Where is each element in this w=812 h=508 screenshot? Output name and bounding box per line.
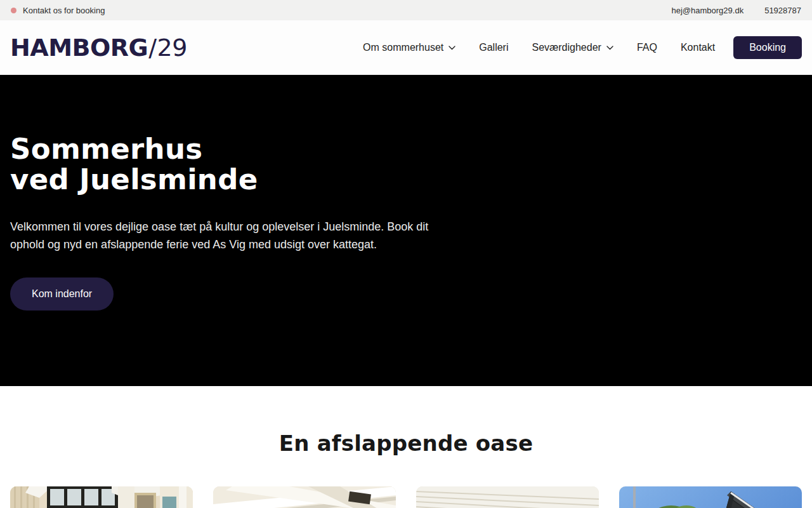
booking-contact-note: Kontakt os for booking: [11, 6, 105, 15]
phone-link[interactable]: 51928787: [764, 6, 801, 15]
hero-section: Sommerhus ved Juelsminde Velkommen til v…: [0, 75, 812, 386]
photo-house-exterior: [619, 486, 802, 508]
booking-status-dot-icon: [11, 8, 16, 13]
topbar-contacts: hej@hamborg29.dk 51928787: [672, 6, 802, 15]
nav-item-label: Galleri: [479, 42, 508, 53]
photo-slatted-ceiling: [416, 486, 599, 508]
topbar-message: Kontakt os for booking: [23, 6, 105, 15]
logo-slash: /: [148, 36, 156, 60]
nav-item-label: Seværdigheder: [532, 42, 601, 53]
top-info-bar: Kontakt os for booking hej@hamborg29.dk …: [0, 0, 812, 20]
hero-title-line1: Sommerhus: [10, 134, 802, 164]
oasis-heading: En afslappende oase: [0, 431, 812, 456]
hero-paragraph: Velkommen til vores dejlige oase tæt på …: [10, 218, 449, 253]
nav-item-faq[interactable]: FAQ: [637, 42, 657, 53]
kom-indenfor-button[interactable]: Kom indenfor: [10, 277, 114, 311]
main-nav: Om sommerhuset Galleri Seværdigheder FAQ…: [363, 36, 802, 59]
nav-item-label: Kontakt: [681, 42, 715, 53]
site-header: HAMBORG / 29 Om sommerhuset Galleri Sevæ…: [0, 20, 812, 75]
gallery-image-sunroom-ceiling[interactable]: [213, 486, 396, 508]
photo-sunroom-ceiling: [213, 486, 396, 508]
email-link[interactable]: hej@hamborg29.dk: [672, 6, 744, 15]
gallery-image-slatted-ceiling[interactable]: [416, 486, 599, 508]
logo-number: 29: [157, 36, 187, 60]
nav-item-label: Om sommerhuset: [363, 42, 443, 53]
logo-wordmark: HAMBORG: [10, 36, 148, 60]
oasis-section: En afslappende oase: [0, 431, 812, 508]
nav-item-label: FAQ: [637, 42, 657, 53]
nav-item-om-sommerhuset[interactable]: Om sommerhuset: [363, 42, 455, 53]
gallery-row: [0, 486, 812, 508]
hero-title: Sommerhus ved Juelsminde: [10, 75, 802, 195]
booking-button[interactable]: Booking: [733, 36, 802, 59]
gallery-image-house-exterior[interactable]: [619, 486, 802, 508]
nav-item-galleri[interactable]: Galleri: [479, 42, 508, 53]
logo[interactable]: HAMBORG / 29: [10, 36, 187, 60]
nav-item-sevaerdigheder[interactable]: Seværdigheder: [532, 42, 613, 53]
photo-interior-grid-window: [10, 486, 193, 508]
hero-title-line2: ved Juelsminde: [10, 164, 802, 195]
gallery-image-interior-grid-window[interactable]: [10, 486, 193, 508]
chevron-down-icon: [449, 46, 455, 50]
chevron-down-icon: [606, 46, 613, 50]
nav-item-kontakt[interactable]: Kontakt: [681, 42, 715, 53]
